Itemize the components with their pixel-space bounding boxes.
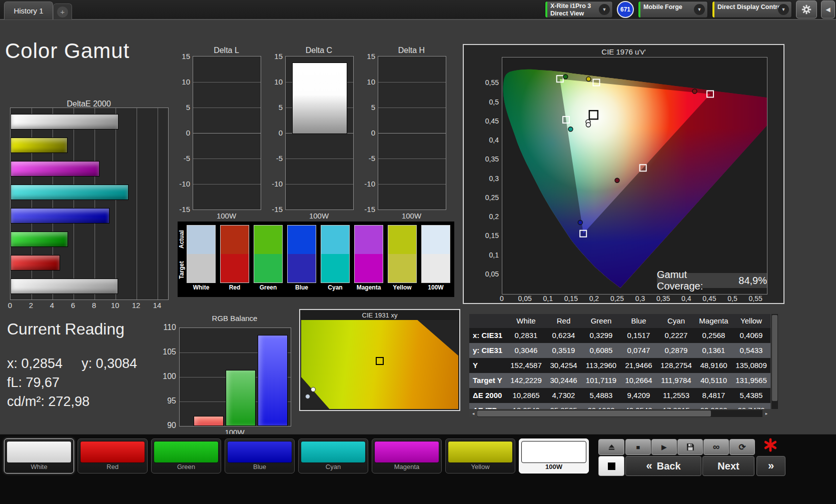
stop-icon: ■ bbox=[636, 444, 640, 451]
swatch-magenta: Magenta bbox=[354, 225, 383, 292]
pattern-button-white[interactable]: White bbox=[4, 438, 74, 474]
rgb-bar-red bbox=[194, 416, 224, 426]
actual-row-label: Actual bbox=[178, 224, 186, 254]
hscroll-thumb[interactable] bbox=[477, 410, 711, 416]
loop-button[interactable]: ∞ bbox=[703, 439, 729, 455]
play-button[interactable]: ▶ bbox=[651, 439, 677, 455]
red-asterisk-icon bbox=[763, 438, 777, 452]
table-cell: 10,2865 bbox=[507, 388, 545, 403]
chevron-down-icon: ▼ bbox=[694, 4, 705, 15]
display-control-status-stripe bbox=[712, 2, 714, 18]
cie-measured-red bbox=[692, 89, 697, 94]
cie-measured-cyan bbox=[568, 127, 573, 132]
gear-icon bbox=[801, 4, 811, 14]
swatch-blue: Blue bbox=[287, 225, 316, 292]
row-label: Target Y bbox=[469, 373, 507, 388]
swatch-label: Blue bbox=[287, 283, 316, 292]
next-chevron-button[interactable]: » bbox=[756, 456, 785, 476]
cie-y-tick: 0,4 bbox=[476, 136, 499, 144]
reading-count-badge: 671 bbox=[617, 1, 634, 18]
table-cell: 9,4209 bbox=[620, 388, 657, 403]
pattern-button-red[interactable]: Red bbox=[78, 438, 148, 474]
column-header-yellow: Yellow bbox=[732, 314, 770, 328]
meter-line1: X-Rite i1Pro 3 bbox=[550, 2, 591, 10]
table-cell: 0,4069 bbox=[732, 328, 770, 343]
table-cell: 18,2542 bbox=[507, 403, 545, 409]
cie1931-panel: CIE 1931 xy bbox=[299, 309, 460, 411]
pattern-button-blue[interactable]: Blue bbox=[225, 438, 295, 474]
delta-y-tick: 5 bbox=[173, 103, 190, 112]
table-vertical-scrollbar[interactable] bbox=[771, 314, 778, 409]
back-button[interactable]: « Back bbox=[625, 456, 701, 476]
swatch-100w: 100W bbox=[421, 225, 450, 292]
cie1976-title: CIE 1976 u'v' bbox=[464, 48, 783, 56]
scroll-left-icon[interactable]: ◂ bbox=[469, 410, 477, 417]
table-cell: 48,9160 bbox=[695, 358, 732, 373]
cie-x-tick: 0,55 bbox=[748, 294, 762, 302]
next-button[interactable]: Next bbox=[702, 456, 754, 476]
delta-y-tick: 0 bbox=[173, 128, 190, 137]
display-control-dropdown[interactable]: Direct Display Control ▼ bbox=[712, 1, 792, 18]
cie1976-panel: CIE 1976 u'v' bbox=[463, 44, 784, 304]
delta-c-xlabel: 100W bbox=[285, 212, 353, 220]
pattern-button-cyan[interactable]: Cyan bbox=[298, 438, 368, 474]
pattern-button-yellow[interactable]: Yellow bbox=[445, 438, 515, 474]
collapse-panel-button[interactable]: ◀ bbox=[821, 0, 835, 18]
tab-history-1[interactable]: History 1 bbox=[4, 2, 53, 20]
swatch-target bbox=[221, 254, 249, 282]
pattern-button-100w[interactable]: 100W bbox=[519, 438, 589, 474]
delta-y-tick: 10 bbox=[173, 78, 190, 86]
deltae-bar-white bbox=[11, 114, 119, 130]
meter-dropdown[interactable]: X-Rite i1Pro 3 Direct View ▼ bbox=[545, 1, 613, 18]
stop-button[interactable]: ■ bbox=[625, 439, 651, 455]
meter-status-stripe bbox=[545, 2, 547, 18]
vscroll-thumb[interactable] bbox=[772, 315, 777, 401]
table-cell: 43,0548 bbox=[620, 403, 657, 409]
swatch-target bbox=[321, 254, 349, 282]
delta-gridline bbox=[378, 108, 446, 108]
page-title: Color Gamut bbox=[5, 39, 130, 63]
table-cell: 30,2446 bbox=[545, 373, 582, 388]
scroll-right-icon[interactable]: ▸ bbox=[762, 410, 770, 417]
pattern-label: Green bbox=[152, 463, 221, 470]
refresh-button[interactable]: ⟳ bbox=[729, 439, 755, 455]
pattern-window-button[interactable] bbox=[598, 456, 624, 476]
deltae-gridline bbox=[95, 108, 95, 300]
save-button[interactable] bbox=[677, 439, 703, 455]
chevron-down-icon: ▼ bbox=[599, 4, 610, 15]
cie-x-tick: 0,4 bbox=[681, 294, 691, 302]
rgb-y-tick: 110 bbox=[158, 323, 176, 332]
cie-y-tick: 0,15 bbox=[476, 232, 499, 240]
cie-y-tick: 0,45 bbox=[476, 117, 499, 125]
pattern-button-green[interactable]: Green bbox=[151, 438, 221, 474]
cie-measured-blue bbox=[578, 220, 582, 224]
table-cell: 101,7119 bbox=[582, 373, 620, 388]
table-cell: 11,2553 bbox=[657, 388, 695, 403]
pattern-button-magenta[interactable]: Magenta bbox=[372, 438, 442, 474]
black-square-icon bbox=[608, 462, 615, 470]
source-dropdown[interactable]: Mobile Forge ▼ bbox=[638, 1, 708, 18]
deltae-bar-magenta bbox=[11, 161, 100, 176]
alert-button[interactable] bbox=[756, 436, 784, 454]
swatch-label: White bbox=[187, 283, 216, 292]
eject-button[interactable] bbox=[598, 439, 624, 455]
cie-y-tick: 0,35 bbox=[476, 155, 499, 163]
delta-gridline bbox=[286, 158, 353, 159]
settings-button[interactable] bbox=[796, 0, 817, 18]
gamut-coverage-value: 84,9% bbox=[738, 275, 767, 286]
table-cell: 0,1361 bbox=[695, 343, 732, 358]
meter-name: X-Rite i1Pro 3 Direct View bbox=[550, 2, 591, 18]
deltae-x-tick: 4 bbox=[50, 301, 54, 310]
table-cell: 10,2664 bbox=[620, 373, 657, 388]
swatch-pair bbox=[187, 225, 216, 283]
cie-y-tick: 0,05 bbox=[476, 270, 499, 278]
swatch-cyan: Cyan bbox=[321, 225, 350, 292]
deltae-bar-100w bbox=[11, 278, 118, 294]
table-horizontal-scrollbar[interactable]: ◂ ▸ bbox=[469, 410, 770, 417]
reading-cdm2: cd/m²: 272,98 bbox=[7, 394, 90, 410]
hscroll-track[interactable] bbox=[477, 410, 762, 417]
add-tab-button[interactable]: + bbox=[53, 4, 72, 20]
pattern-swatch bbox=[301, 441, 366, 463]
deltae-gridline bbox=[116, 108, 116, 300]
table-cell: 111,9784 bbox=[657, 373, 695, 388]
